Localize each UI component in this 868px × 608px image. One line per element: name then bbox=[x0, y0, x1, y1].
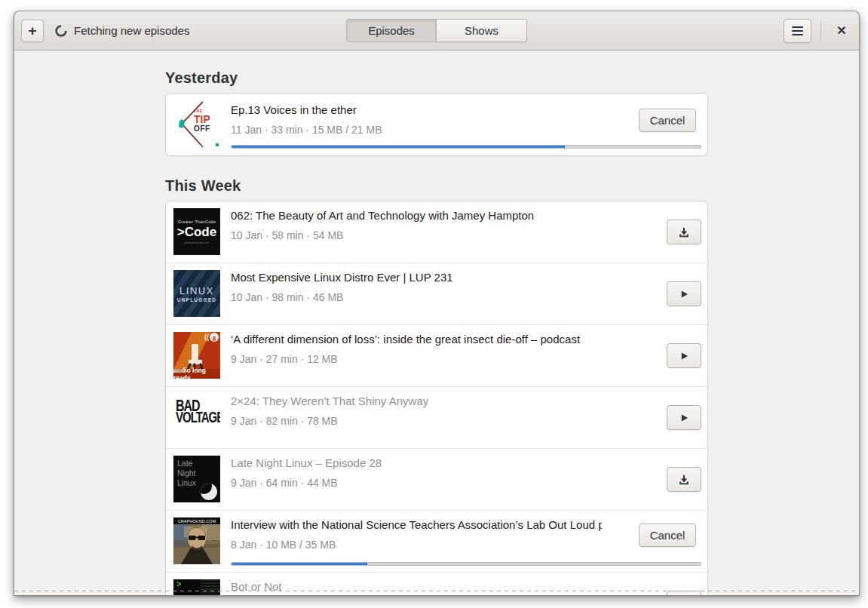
episode-metadata: 10 Jan · 58 min · 54 MB bbox=[231, 229, 343, 241]
play-episode-button[interactable] bbox=[667, 343, 701, 368]
download-progress-fill bbox=[232, 563, 367, 565]
hamburger-menu-button[interactable] bbox=[784, 19, 811, 43]
show-cover-audio-long-reads: ((gaudio long reads bbox=[173, 332, 220, 379]
episodes-view: YesterdayTHETIPOFFEp.13 Voices in the et… bbox=[14, 51, 859, 595]
hamburger-menu-icon bbox=[792, 26, 803, 28]
status-text: Fetching new episodes bbox=[74, 24, 189, 37]
section-title: This Week bbox=[165, 177, 708, 195]
episode-metadata: 11 Jan · 33 min · 15 MB / 21 MB bbox=[231, 124, 382, 136]
episode-row[interactable]: BADVOLTAGE2×24: They Weren’t That Shiny … bbox=[166, 386, 707, 448]
episode-card: THETIPOFFEp.13 Voices in the ether11 Jan… bbox=[165, 93, 708, 156]
svg-text:CRAPHOUND.COM: CRAPHOUND.COM bbox=[178, 519, 216, 524]
craphound-photo: CRAPHOUND.COM bbox=[173, 517, 220, 564]
header-right-group: ✕ bbox=[784, 19, 852, 43]
episode-title: Most Expensive Linux Distro Ever | LUP 2… bbox=[231, 271, 602, 284]
play-episode-button[interactable] bbox=[667, 281, 701, 306]
download-progress-bar bbox=[231, 145, 701, 149]
episode-row[interactable]: LINUXUNPLUGGEDMost Expensive Linux Distr… bbox=[166, 263, 707, 324]
cancel-download-button[interactable]: Cancel bbox=[639, 109, 696, 132]
episode-row[interactable]: ((gaudio long reads‘A different dimensio… bbox=[166, 324, 707, 386]
episodes-column: YesterdayTHETIPOFFEp.13 Voices in the et… bbox=[165, 51, 708, 595]
play-icon bbox=[678, 288, 690, 300]
episode-title: 2×24: They Weren’t That Shiny Anyway bbox=[231, 395, 602, 407]
app-window: + Fetching new episodes Episodes Shows ✕… bbox=[14, 11, 860, 596]
show-cover-bad-voltage: BADVOLTAGE bbox=[173, 394, 220, 441]
download-progress-bar bbox=[231, 562, 701, 566]
show-cover-craphound: CRAPHOUND.COM bbox=[173, 517, 220, 564]
episode-metadata: 8 Jan · 10 MB / 35 MB bbox=[231, 539, 336, 551]
add-podcast-button[interactable]: + bbox=[21, 20, 44, 42]
download-icon bbox=[678, 226, 690, 238]
episode-row[interactable]: >IRLspBot or Not bbox=[166, 572, 707, 595]
cancel-download-button[interactable]: Cancel bbox=[639, 524, 696, 547]
header-separator bbox=[820, 21, 821, 41]
scroll-undershoot-indicator bbox=[14, 591, 859, 591]
episode-metadata: 9 Jan · 27 min · 12 MB bbox=[231, 353, 338, 365]
view-switcher: Episodes Shows bbox=[346, 19, 527, 42]
episode-title: 062: The Beauty of Art and Technology wi… bbox=[231, 209, 602, 222]
show-cover-late-night-linux: Late Night Linux bbox=[173, 456, 220, 502]
episode-card: Greater ThanCode>Codegreaterthancode.com… bbox=[165, 201, 708, 595]
episode-metadata: 9 Jan · 82 min · 78 MB bbox=[231, 415, 338, 427]
play-icon bbox=[678, 412, 690, 424]
show-cover-the-tip-off: THETIPOFF bbox=[173, 101, 220, 148]
episode-metadata: 9 Jan · 64 min · 44 MB bbox=[231, 477, 338, 489]
close-window-button[interactable]: ✕ bbox=[831, 20, 852, 41]
tab-shows[interactable]: Shows bbox=[437, 19, 527, 42]
play-icon bbox=[678, 350, 690, 362]
episode-title: Late Night Linux – Episode 28 bbox=[231, 456, 602, 469]
episode-row[interactable]: THETIPOFFEp.13 Voices in the ether11 Jan… bbox=[166, 94, 707, 155]
episode-metadata: 10 Jan · 98 min · 46 MB bbox=[231, 291, 343, 303]
crescent-moon-icon bbox=[201, 484, 217, 500]
download-icon bbox=[678, 474, 690, 486]
download-progress-fill bbox=[232, 146, 565, 148]
episode-title: Interview with the National Science Teac… bbox=[231, 518, 602, 531]
show-cover-irl: >IRLsp bbox=[173, 579, 220, 595]
episode-title: ‘A different dimension of loss’: inside … bbox=[231, 333, 602, 345]
tab-episodes[interactable]: Episodes bbox=[346, 19, 437, 42]
episode-row[interactable]: Greater ThanCode>Codegreaterthancode.com… bbox=[166, 201, 707, 263]
section-title: Yesterday bbox=[165, 69, 708, 87]
show-cover-linux-unplugged: LINUXUNPLUGGED bbox=[173, 270, 220, 317]
episode-row[interactable]: CRAPHOUND.COMInterview with the National… bbox=[166, 510, 707, 572]
spinner-icon bbox=[55, 25, 67, 37]
play-episode-button[interactable] bbox=[667, 405, 701, 430]
download-episode-button[interactable] bbox=[667, 220, 701, 244]
episode-title: Ep.13 Voices in the ether bbox=[231, 103, 602, 116]
show-cover-greater-than-code: Greater ThanCode>Codegreaterthancode.com bbox=[173, 208, 220, 255]
episode-row[interactable]: Late Night LinuxLate Night Linux – Episo… bbox=[166, 448, 707, 510]
header-bar: + Fetching new episodes Episodes Shows ✕ bbox=[14, 11, 859, 51]
download-episode-button[interactable] bbox=[667, 467, 701, 492]
